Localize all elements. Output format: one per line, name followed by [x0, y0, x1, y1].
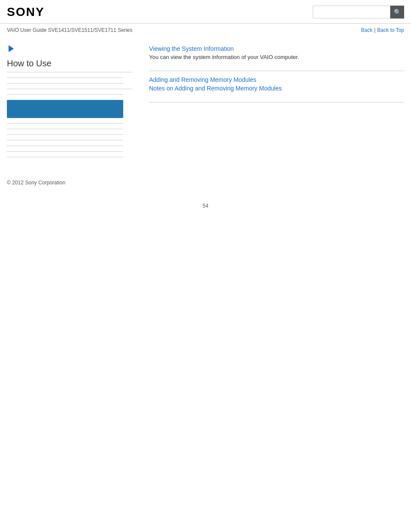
search-button[interactable]: 🔍 [390, 6, 404, 19]
sony-logo: SONY [7, 5, 44, 19]
content-area: Viewing the System Information You can v… [140, 45, 404, 162]
content-divider-1 [149, 71, 404, 71]
adding-removing-memory-link[interactable]: Adding and Removing Memory Modules [149, 76, 404, 83]
sidebar-skeleton-line-5 [7, 129, 123, 129]
sidebar-skeleton-line-6 [7, 134, 123, 135]
content-section-memory: Adding and Removing Memory Modules Notes… [149, 76, 404, 92]
sidebar-skeleton-line-7 [7, 140, 123, 140]
subheader: VAIO User Guide SVE1411/SVE1511/SVE1711 … [0, 24, 411, 37]
notes-memory-link[interactable]: Notes on Adding and Removing Memory Modu… [149, 85, 404, 92]
sidebar-skeleton-line-8 [7, 146, 123, 146]
nav-separator: | [374, 27, 375, 33]
highlighted-nav-box[interactable] [7, 100, 123, 118]
page-header: SONY 🔍 [0, 0, 411, 24]
content-section-system-info: Viewing the System Information You can v… [149, 45, 404, 60]
sidebar: How to Use [7, 45, 140, 162]
content-divider-2 [149, 102, 404, 103]
sidebar-section-title: How to Use [7, 59, 132, 68]
sidebar-divider-1 [7, 72, 132, 72]
viewing-system-info-link[interactable]: Viewing the System Information [149, 45, 234, 52]
page-number-area: 54 [0, 194, 411, 218]
sidebar-skeleton-line-1 [7, 78, 123, 78]
chevron-right-icon [9, 45, 14, 52]
page-number: 54 [202, 203, 208, 209]
search-box: 🔍 [313, 6, 404, 19]
copyright-text: © 2012 Sony Corporation [7, 180, 65, 186]
sidebar-skeleton-line-2 [7, 83, 123, 84]
search-icon: 🔍 [394, 9, 401, 16]
nav-links: Back | Back to Top [361, 27, 404, 33]
sidebar-skeleton-line-3 [7, 94, 123, 95]
sidebar-skeleton-line-10 [7, 157, 123, 157]
back-link[interactable]: Back [361, 27, 373, 33]
main-content: How to Use Viewing the System Informatio… [0, 37, 411, 171]
guide-title: VAIO User Guide SVE1411/SVE1511/SVE1711 … [7, 27, 132, 33]
search-input[interactable] [313, 6, 390, 19]
sidebar-skeleton-line-9 [7, 151, 123, 152]
viewing-system-info-description: You can view the system information of y… [149, 54, 404, 60]
memory-links-group: Adding and Removing Memory Modules Notes… [149, 76, 404, 92]
back-to-top-link[interactable]: Back to Top [377, 27, 404, 33]
sidebar-divider-2 [7, 89, 132, 89]
page-footer: © 2012 Sony Corporation [0, 171, 411, 194]
sidebar-skeleton-line-4 [7, 123, 123, 124]
